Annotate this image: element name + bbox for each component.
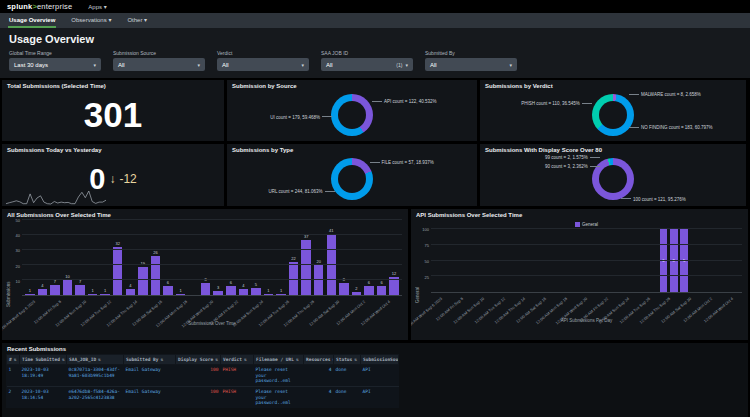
bar-value-label: 12 <box>392 272 396 276</box>
gridline <box>22 219 402 220</box>
bar <box>700 229 709 292</box>
tab-other[interactable]: Other ▾ <box>126 13 148 28</box>
splunk-logo[interactable]: splunk>enterprise <box>7 2 72 11</box>
bar-rect <box>138 267 147 296</box>
bar-value-label: 6 <box>380 281 382 285</box>
bar-rect <box>226 286 235 295</box>
y-tick-label: 10 <box>16 279 20 284</box>
bar-rect <box>364 286 373 295</box>
bar-value-label: 1 <box>179 289 181 293</box>
bar-value-label: 1 <box>91 289 93 293</box>
slice-label-api: API count = 122, 40.532% <box>372 99 436 104</box>
panel-title: Submissions by Type <box>227 144 477 153</box>
legend-label: General <box>582 222 598 227</box>
bar: 3 <box>212 220 224 295</box>
slice-label-100: 100 count = 121, 95.276% <box>621 197 686 202</box>
col-header-status[interactable]: Status⇅ <box>334 355 361 365</box>
top-nav-bar: splunk>enterprise Apps ▾ <box>0 0 750 13</box>
cell-job-id-link[interactable]: 0c87071a-3304-43df-9a81-603b995c1b49 <box>67 365 124 387</box>
dropdown-value: All <box>222 62 301 68</box>
bar <box>495 229 504 292</box>
bar-value-label: 22 <box>291 257 295 261</box>
col-header-display-score[interactable]: Display Score⇅ <box>176 355 221 365</box>
col-header-submitted-by[interactable]: Submitted By⇅ <box>124 355 176 365</box>
bar <box>618 229 627 292</box>
gridline <box>431 228 742 229</box>
bar: 1 <box>99 220 111 295</box>
col-header-index[interactable]: #⇅ <box>7 355 20 365</box>
verdict-dropdown[interactable]: All ▾ <box>217 58 309 71</box>
bar: 6 <box>162 220 174 295</box>
cell-index: 1 <box>7 365 20 387</box>
logo-text: splunk <box>7 2 32 11</box>
col-header-time[interactable]: Time Submitted⇅ <box>20 355 67 365</box>
bar <box>546 229 555 292</box>
bar: 6 <box>659 229 668 292</box>
tab-usage-overview[interactable]: Usage Overview <box>8 13 56 28</box>
bar-rect <box>251 288 260 296</box>
x-axis: 12:00 AM Wed Sep 6 202312:00 AM Fri Sep … <box>431 293 742 318</box>
chevron-down-icon: ▾ <box>93 62 96 68</box>
cell-display-score: 100 <box>176 386 221 407</box>
gridline <box>22 234 402 235</box>
bar-rect <box>163 286 172 295</box>
col-header-filename[interactable]: Filename / URL⇅ <box>254 355 304 365</box>
panel-display-score-over-80: Submissions With Display Score Over 80 9… <box>480 144 746 206</box>
bar-value-label: 4 <box>41 284 43 288</box>
col-header-job-id[interactable]: SAA_JOB_ID⇅ <box>67 355 124 365</box>
bar <box>577 229 586 292</box>
bar: 37 <box>300 220 312 295</box>
col-header-resources[interactable]: Resources⇅ <box>304 355 334 365</box>
slice-label-file: FILE count = 57, 18.937% <box>370 160 434 165</box>
bar: 5 <box>679 229 688 292</box>
panel-submissions-by-verdict: Submissions by Verdict MALWARE count = 8… <box>480 80 746 141</box>
table-row: 1 2023-10-03 18:19:49 0c87071a-3304-43df… <box>7 365 399 387</box>
bar-rect <box>126 289 135 295</box>
bar: 7 <box>74 220 86 295</box>
filter-label: Verdict <box>217 50 309 56</box>
dropdown-value: All <box>430 62 509 68</box>
bar-value-label: 4 <box>242 284 244 288</box>
tab-observations[interactable]: Observations ▾ <box>70 13 112 28</box>
panel-title: API Submissions Over Selected Time <box>411 209 748 218</box>
bar-value-label: 7 <box>54 280 56 284</box>
plot-area: 685 <box>431 229 742 293</box>
col-header-submission-source[interactable]: SubmissionSource⇅ <box>361 355 399 365</box>
bar-chart-all-submissions: Submissions 1020304050 14710711324192661… <box>2 218 408 339</box>
dashboard: Total Submissions (Selected Time) 301 Su… <box>0 78 750 417</box>
col-header-verdict[interactable]: Verdict⇅ <box>221 355 254 365</box>
cell-filename-link[interactable]: Please reset your password..eml <box>254 365 304 387</box>
slice-label-malware: MALWARE count = 8, 2.658% <box>629 92 701 97</box>
bar-rect <box>75 285 84 296</box>
trend-down-icon: ↓ <box>109 172 115 186</box>
cell-job-id-link[interactable]: e6476db8-f584-426a-a202-2565c4123838 <box>67 386 124 407</box>
bar: 26 <box>150 220 162 295</box>
bar <box>566 229 575 292</box>
apps-menu[interactable]: Apps ▾ <box>88 3 106 10</box>
bar-rect <box>213 291 222 296</box>
cell-status: done <box>334 386 361 407</box>
bar-rect <box>88 294 97 296</box>
saa-job-id-dropdown[interactable]: All (1) ▾ <box>321 58 413 71</box>
bar-rect <box>239 289 248 295</box>
sort-icon: ⇅ <box>244 357 247 362</box>
bar <box>525 229 534 292</box>
bar <box>638 229 647 292</box>
bar <box>628 229 637 292</box>
cell-index: 2 <box>7 386 20 407</box>
bar: 6 <box>363 220 375 295</box>
bar-value-label: 41 <box>329 229 333 233</box>
cell-filename-link[interactable]: Please reset your password..eml <box>254 386 304 407</box>
sort-icon: ⇅ <box>62 357 65 362</box>
submitted-by-dropdown[interactable]: All ▾ <box>425 58 517 71</box>
bar <box>536 229 545 292</box>
slice-label-99: 99 count = 2, 1.575% <box>545 155 600 160</box>
filter-label: SAA JOB ID <box>321 50 413 56</box>
submission-source-dropdown[interactable]: All ▾ <box>113 58 205 71</box>
bar-rect <box>276 294 285 296</box>
sort-icon: ⇅ <box>161 357 164 362</box>
time-range-dropdown[interactable]: Last 30 days ▾ <box>9 58 101 71</box>
sort-icon: ⇅ <box>14 357 17 362</box>
bar: 4 <box>125 220 137 295</box>
panel-title: Recent Submissions <box>2 343 748 352</box>
